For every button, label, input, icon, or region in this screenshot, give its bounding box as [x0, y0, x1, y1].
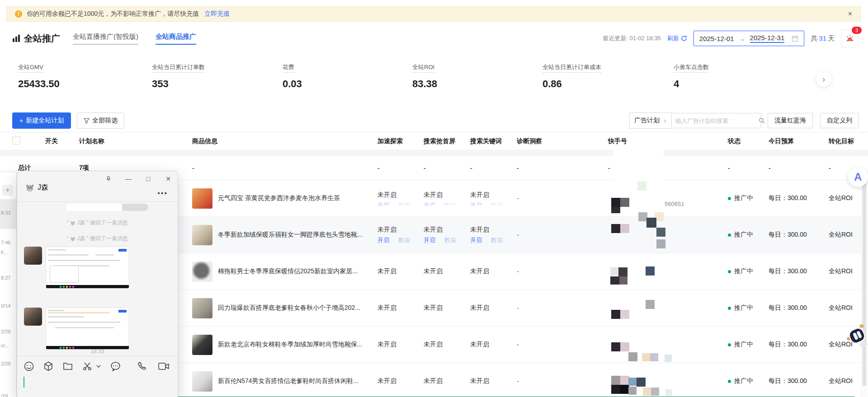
- chat-message: [24, 308, 129, 350]
- stat-orders: 全站当日累计订单数 353: [152, 63, 205, 90]
- chat-history-icon[interactable]: [110, 361, 121, 372]
- chat-list-time: n/...: [1, 343, 9, 348]
- chat-toolbar: [24, 360, 171, 373]
- data-link[interactable]: 数据: [398, 237, 410, 243]
- minimize-icon[interactable]: —: [124, 175, 132, 183]
- enable-link[interactable]: 开启: [424, 202, 435, 206]
- data-link[interactable]: 数据: [398, 202, 410, 206]
- accel-status: 未开启: [377, 267, 424, 276]
- accel-status: 未开启: [377, 304, 424, 312]
- enable-link[interactable]: 开启: [470, 202, 482, 206]
- avatar[interactable]: [24, 247, 42, 265]
- banner-close-icon[interactable]: ×: [848, 10, 852, 18]
- screen-status: 未开启: [424, 304, 470, 312]
- enable-link[interactable]: 开启: [377, 237, 389, 243]
- tab-product-promotion[interactable]: 全站商品推广: [156, 33, 196, 45]
- wolf-avatar-icon: [70, 236, 75, 242]
- daily-budget[interactable]: 每日：300.00: [769, 194, 829, 202]
- chat-list-time: F...: [1, 250, 8, 255]
- scissors-icon[interactable]: [82, 361, 93, 372]
- message-input[interactable]: [24, 374, 171, 395]
- chat-list-time: 8:27: [1, 275, 10, 280]
- header-right: 最近更新: 01-02 18:35 刷新 2025-12-01 → 2025-1…: [603, 29, 859, 47]
- product-name[interactable]: 新百伦N574男女百搭情侣老爹鞋时尚百搭休闲鞋...: [218, 377, 359, 385]
- diagnosis-value: -: [517, 231, 608, 238]
- recharge-link[interactable]: 立即充值: [204, 10, 230, 18]
- window-controls: — □ ✕: [104, 175, 172, 183]
- product-name[interactable]: 回力瑞爆款百搭厚底老爹鞋女春秋小个子增高202...: [218, 304, 360, 312]
- data-link[interactable]: 数据: [491, 202, 503, 206]
- keyword-status: 未开启: [470, 377, 517, 385]
- product-thumbnail: [192, 225, 212, 245]
- box-icon[interactable]: [43, 361, 54, 372]
- plan-search-input[interactable]: [672, 117, 759, 124]
- table-header-row: 开关 计划名称 商品信息 加速探索 搜索抢首屏 搜索关键词 诊断洞察 快手号 状…: [0, 132, 868, 150]
- daily-budget[interactable]: 每日：300.00: [769, 231, 829, 239]
- data-link[interactable]: 数据: [444, 202, 456, 206]
- total-days: 共31天: [811, 34, 835, 43]
- recall-notice: " J森 " 撤回了一条消息: [17, 235, 178, 243]
- traffic-red-blue-sea-button[interactable]: 流量红蓝海: [768, 113, 813, 128]
- status-badge: 推广中: [728, 194, 765, 202]
- search-icon[interactable]: [759, 117, 769, 124]
- avatar[interactable]: [24, 308, 42, 326]
- scrollbar-thumb[interactable]: [863, 181, 866, 386]
- date-arrow: →: [739, 35, 745, 42]
- product-thumbnail: [192, 335, 212, 355]
- refresh-icon: [681, 35, 687, 42]
- keyword-status: 未开启: [470, 267, 517, 276]
- assistant-float-widget[interactable]: A: [848, 167, 868, 187]
- vertical-scrollbar[interactable]: [861, 177, 868, 397]
- screenshot-attachment[interactable]: [46, 308, 129, 350]
- enable-link[interactable]: 开启: [470, 237, 482, 243]
- emoji-icon[interactable]: [24, 361, 34, 372]
- chat-list-window-edge[interactable]: + 8:33 7:46 F... 8:27 0/14 2/29 n/... 2/…: [0, 172, 17, 397]
- data-link[interactable]: 数据: [444, 237, 456, 243]
- close-icon[interactable]: ✕: [164, 175, 172, 183]
- message-timestamp: 18:33: [17, 348, 178, 355]
- date-end[interactable]: 2025-12-31: [750, 34, 785, 43]
- chat-more-icon[interactable]: •••: [157, 189, 168, 197]
- new-plan-button[interactable]: + 新建全站计划: [12, 112, 71, 129]
- enable-link[interactable]: 开启: [424, 237, 435, 243]
- summary-label: 总计: [18, 164, 31, 171]
- date-range-picker[interactable]: 2025-12-01 → 2025-12-31: [693, 31, 804, 46]
- col-conversion-target: 转化目标: [829, 137, 868, 145]
- date-start[interactable]: 2025-12-01: [699, 35, 734, 42]
- product-name[interactable]: 棉拖鞋男士冬季厚底保暖情侣2025新款室内家居...: [218, 267, 358, 276]
- data-link[interactable]: 数据: [491, 237, 503, 243]
- robot-mascot-widget[interactable]: [846, 323, 868, 350]
- refresh-button[interactable]: 刷新: [667, 34, 687, 42]
- tab-live-promotion[interactable]: 全站直播推广(智投版): [73, 33, 138, 45]
- status-dot: [728, 380, 731, 383]
- video-call-icon[interactable]: [158, 361, 170, 371]
- filter-button[interactable]: 全部筛选: [77, 112, 124, 129]
- select-all-checkbox[interactable]: [12, 136, 20, 145]
- product-thumbnail: [192, 371, 212, 392]
- pin-icon[interactable]: [104, 175, 113, 183]
- daily-budget[interactable]: 每日：300.00: [769, 267, 829, 276]
- summary-dash: -: [424, 164, 470, 172]
- product-name[interactable]: 元气四宝 茶黄芪党参西洋参麦冬泡水养生茶: [218, 194, 340, 202]
- add-chat-icon[interactable]: +: [2, 185, 13, 196]
- enable-link[interactable]: 开启: [377, 202, 389, 206]
- plan-type-select[interactable]: 广告计划 ∨: [629, 112, 672, 129]
- folder-icon[interactable]: [62, 361, 73, 372]
- kuaishou-ads-dashboard: ! 你的可用余额已不足1000元，为不影响正常推广，请尽快充值 立即充值 × 全…: [0, 0, 868, 397]
- last-updated-text: 最近更新: 01-02 18:35: [603, 34, 661, 42]
- chevron-down-icon[interactable]: [96, 364, 101, 369]
- voice-call-icon[interactable]: [137, 361, 148, 372]
- daily-budget[interactable]: 每日：300.00: [769, 341, 829, 349]
- maximize-icon[interactable]: □: [144, 175, 152, 183]
- product-name[interactable]: 新款老北京布鞋女棉鞋冬季加绒加厚时尚雪地靴保...: [218, 341, 363, 349]
- screenshot-attachment[interactable]: [46, 247, 129, 289]
- product-thumbnail: [192, 188, 212, 209]
- col-accelerate: 加速探索: [377, 137, 424, 145]
- daily-budget[interactable]: 每日：300.00: [769, 377, 829, 385]
- daily-budget[interactable]: 每日：300.00: [769, 304, 829, 312]
- product-name[interactable]: 冬季新款加绒保暖乐福鞋女一脚蹬厚底包头雪地靴...: [218, 231, 363, 239]
- custom-columns-button[interactable]: 自定义列: [820, 113, 859, 128]
- alarm-button[interactable]: 3: [841, 29, 859, 47]
- siren-icon: [845, 34, 854, 43]
- stats-next-arrow[interactable]: ›: [816, 71, 831, 87]
